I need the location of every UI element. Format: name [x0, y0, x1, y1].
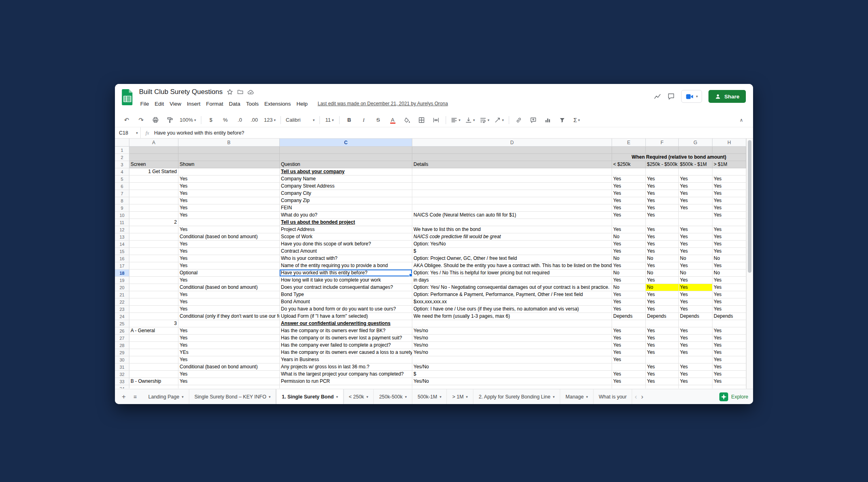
- activity-dashboard-icon[interactable]: [654, 93, 661, 100]
- cell-F20[interactable]: No: [646, 284, 679, 291]
- cell-H8[interactable]: Yes: [712, 197, 746, 204]
- sheet-tab-500k-1m[interactable]: 500k-1M▾: [412, 389, 447, 404]
- chevron-down-icon[interactable]: ▾: [405, 395, 407, 399]
- cell-H16[interactable]: No: [712, 255, 746, 262]
- format-currency-button[interactable]: $: [204, 115, 218, 125]
- cell-H23[interactable]: Yes: [712, 306, 746, 313]
- cell-E19[interactable]: Yes: [612, 277, 646, 284]
- cell-G33[interactable]: Yes: [679, 378, 712, 385]
- row-header-32[interactable]: 32: [115, 371, 129, 378]
- cell-E5[interactable]: Yes: [612, 176, 646, 183]
- star-icon[interactable]: [227, 89, 233, 95]
- cell-A24[interactable]: [129, 313, 178, 320]
- row-header-17[interactable]: 17: [115, 262, 129, 270]
- cell-D2[interactable]: [412, 154, 612, 161]
- cell-H25[interactable]: [712, 320, 746, 327]
- menu-extensions[interactable]: Extensions: [262, 100, 294, 108]
- comment-history-icon[interactable]: [667, 93, 675, 100]
- cell-D32[interactable]: $: [412, 371, 612, 378]
- text-wrap-button[interactable]: ▾: [478, 115, 491, 125]
- cell-H14[interactable]: Yes: [712, 241, 746, 248]
- cell-H17[interactable]: Yes: [712, 262, 746, 270]
- cell-A31[interactable]: [129, 364, 178, 371]
- cell-D20[interactable]: Option: Yes/ No - Negotiating consequent…: [412, 284, 612, 291]
- cell-B33[interactable]: Yes: [178, 378, 280, 385]
- row-header-14[interactable]: 14: [115, 241, 129, 248]
- zoom-select[interactable]: 100% ▾: [178, 115, 198, 125]
- cell-B13[interactable]: Conditional (based on bond amount): [178, 233, 280, 241]
- cell-B24[interactable]: Conditional (only if they don't want to …: [178, 313, 280, 320]
- cell-G23[interactable]: Yes: [679, 306, 712, 313]
- cell-E1[interactable]: [612, 147, 646, 154]
- cell-G6[interactable]: Yes: [679, 183, 712, 190]
- cell-C24[interactable]: Upload Form (if "I have a form" selected…: [280, 313, 412, 320]
- paint-format-button[interactable]: [163, 115, 177, 125]
- row-header-29[interactable]: 29: [115, 349, 129, 356]
- cell-B14[interactable]: Yes: [178, 241, 280, 248]
- cell-B6[interactable]: Yes: [178, 183, 280, 190]
- cell-A23[interactable]: [129, 306, 178, 313]
- cell-E14[interactable]: Yes: [612, 241, 646, 248]
- cell-H6[interactable]: Yes: [712, 183, 746, 190]
- cell-F23[interactable]: Yes: [646, 306, 679, 313]
- sheet-tab-2-apply-for-surety-bonding-line[interactable]: 2. Apply for Surety Bonding Line▾: [473, 389, 560, 404]
- cell-B2[interactable]: [178, 154, 280, 161]
- cell-D7[interactable]: [412, 190, 612, 197]
- cell-F29[interactable]: Yes: [646, 349, 679, 356]
- cell-H3[interactable]: > $1M: [712, 161, 746, 168]
- cell-H31[interactable]: Yes: [712, 364, 746, 371]
- cell-E28[interactable]: Yes: [612, 342, 646, 349]
- cell-B12[interactable]: Yes: [178, 226, 280, 233]
- cell-B29[interactable]: YEs: [178, 349, 280, 356]
- cell-H33[interactable]: Yes: [712, 378, 746, 385]
- cell-C31[interactable]: Any projects w/ gross loss in last 36 mo…: [280, 364, 412, 371]
- cell-G16[interactable]: No: [679, 255, 712, 262]
- strikethrough-button[interactable]: S: [371, 115, 385, 125]
- cell-H29[interactable]: Yes: [712, 349, 746, 356]
- cell-E7[interactable]: Yes: [612, 190, 646, 197]
- cell-G30[interactable]: [679, 356, 712, 364]
- cell-D14[interactable]: Option: Yes/No: [412, 241, 612, 248]
- cell-A11[interactable]: 2: [129, 219, 178, 226]
- cell-H28[interactable]: Yes: [712, 342, 746, 349]
- cell-C6[interactable]: Company Street Address: [280, 183, 412, 190]
- cell-H10[interactable]: Yes: [712, 212, 746, 219]
- all-sheets-menu-button[interactable]: ≡: [129, 391, 141, 402]
- cell-G13[interactable]: Yes: [679, 233, 712, 241]
- cell-C25[interactable]: Answer our confidential underwriting que…: [280, 320, 412, 327]
- cell-D8[interactable]: [412, 197, 612, 204]
- cell-D23[interactable]: Option: I have one / Use ours (if they u…: [412, 306, 612, 313]
- cell-A17[interactable]: [129, 262, 178, 270]
- cell-F17[interactable]: Yes: [646, 262, 679, 270]
- row-header-21[interactable]: 21: [115, 291, 129, 298]
- cell-B11[interactable]: [178, 219, 280, 226]
- cell-A8[interactable]: [129, 197, 178, 204]
- cell-A29[interactable]: [129, 349, 178, 356]
- cell-H18[interactable]: No: [712, 270, 746, 277]
- cell-A7[interactable]: [129, 190, 178, 197]
- cell-A12[interactable]: [129, 226, 178, 233]
- cell-E23[interactable]: Yes: [612, 306, 646, 313]
- menu-tools[interactable]: Tools: [243, 100, 262, 108]
- cell-B9[interactable]: Yes: [178, 204, 280, 212]
- cell-E32[interactable]: Yes: [612, 371, 646, 378]
- cell-A34[interactable]: [129, 385, 178, 388]
- chevron-down-icon[interactable]: ▾: [553, 395, 555, 399]
- sheet-tab-manage[interactable]: Manage▾: [560, 389, 594, 404]
- font-size-select[interactable]: 11 ▾: [323, 115, 336, 125]
- column-header-D[interactable]: D: [412, 139, 612, 147]
- cell-D30[interactable]: [412, 356, 612, 364]
- cell-E3[interactable]: < $250k: [612, 161, 646, 168]
- cell-C8[interactable]: Company Zip: [280, 197, 412, 204]
- font-select[interactable]: Calibri ▾: [284, 115, 317, 125]
- row-header-5[interactable]: 5: [115, 176, 129, 183]
- row-header-7[interactable]: 7: [115, 190, 129, 197]
- cell-G31[interactable]: Yes: [679, 364, 712, 371]
- cell-C26[interactable]: Has the company or its owners ever filed…: [280, 327, 412, 335]
- menu-format[interactable]: Format: [203, 100, 226, 108]
- cell-F8[interactable]: Yes: [646, 197, 679, 204]
- cell-H7[interactable]: Yes: [712, 190, 746, 197]
- row-header-22[interactable]: 22: [115, 298, 129, 306]
- cell-D3[interactable]: Details: [412, 161, 612, 168]
- cell-H32[interactable]: Yes: [712, 371, 746, 378]
